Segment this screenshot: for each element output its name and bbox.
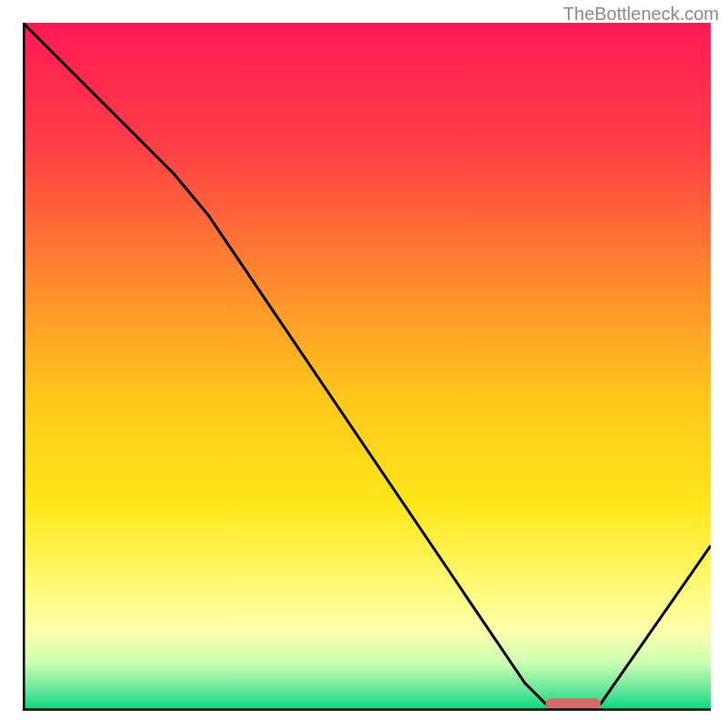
chart-svg (23, 23, 711, 711)
chart-container (23, 23, 711, 711)
watermark-text: TheBottleneck.com (563, 4, 719, 25)
optimal-marker (546, 698, 601, 710)
